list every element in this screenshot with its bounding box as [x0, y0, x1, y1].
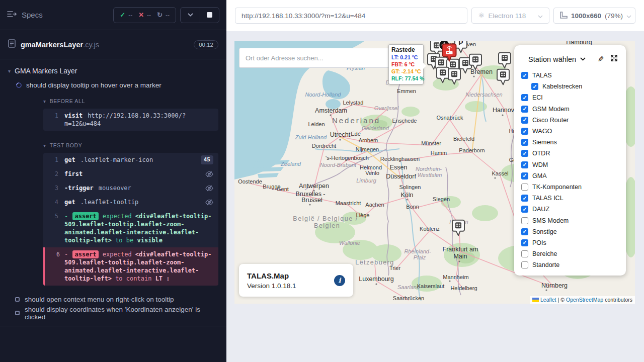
command-row[interactable]: 3-triggermouseover	[43, 181, 218, 195]
layer-checkbox-row[interactable]: Bereiche	[521, 248, 619, 259]
spec-file-row[interactable]: gmaMarkersLayer.cy.js 00:12	[0, 30, 226, 59]
checkbox-checked-icon[interactable]: ✓	[521, 139, 528, 146]
leaflet-link[interactable]: Leaflet	[540, 297, 556, 303]
specs-menu-icon[interactable]	[7, 11, 17, 20]
app-title: TALAS.Map	[247, 272, 296, 280]
svg-text:Leiden: Leiden	[308, 121, 325, 127]
layer-checkbox-row[interactable]: ✓Siemens	[521, 137, 619, 148]
checkbox-checked-icon[interactable]: ✓	[521, 206, 528, 213]
checkbox-unchecked-icon[interactable]	[521, 217, 528, 224]
svg-text:Amsterdam: Amsterdam	[315, 107, 347, 114]
info-icon[interactable]: i	[334, 275, 345, 286]
layer-label: GSM Modem	[532, 106, 570, 113]
osm-link[interactable]: OpenStreetMap	[566, 297, 603, 303]
svg-text:Nijmegen: Nijmegen	[356, 146, 379, 152]
checkbox-checked-icon[interactable]: ✓	[521, 195, 528, 202]
chevron-down-icon: ▾	[43, 143, 46, 148]
command-row[interactable]: 1visithttp://192.168.10.33:3000/?m=12&u=…	[43, 109, 218, 131]
svg-text:Saarbrücken: Saarbrücken	[393, 295, 424, 301]
station-marker-pin[interactable]	[448, 68, 461, 87]
marker-tooltip[interactable]: Rastede LT: 0.21 °CFBT: 6 °CGT: -2.14 °C…	[388, 44, 424, 84]
hidden-eye-icon	[205, 170, 213, 178]
url-input[interactable]	[242, 12, 461, 20]
layer-checkbox-row[interactable]: ✓WAGO	[521, 126, 619, 137]
test-body-commands: 1get.leaflet-marker-icon452first3-trigge…	[43, 153, 218, 286]
map-search-input[interactable]	[246, 54, 383, 62]
svg-text:Aachen: Aachen	[365, 202, 384, 208]
svg-text:Luxembourg: Luxembourg	[359, 276, 394, 283]
url-bar[interactable]	[235, 8, 467, 24]
checkbox-unchecked-icon[interactable]	[521, 250, 528, 257]
layer-checkbox-row[interactable]: ✓ECI	[521, 92, 619, 103]
layer-checkbox-row[interactable]: TK-Komponenten	[521, 182, 619, 193]
layer-checkbox-row[interactable]: ✓Kabelstrecken	[521, 81, 619, 92]
assert-row-failed[interactable]: 6- assertexpected <div#leaflet-tooltip-5…	[43, 247, 218, 286]
checkbox-checked-icon[interactable]: ✓	[521, 228, 528, 235]
map-viewport[interactable]: FryslânDrentheEmmenNoord-HollandLelystad…	[234, 41, 635, 304]
checkbox-checked-icon[interactable]: ✓	[521, 128, 528, 135]
layer-checkbox-row[interactable]: ✓Sonstige	[521, 226, 619, 237]
check-icon: ✓	[120, 11, 125, 19]
checkbox-checked-icon[interactable]: ✓	[521, 150, 528, 157]
before-all-header[interactable]: ▾ BEFORE ALL	[43, 95, 226, 108]
station-marker-pin[interactable]	[497, 68, 510, 87]
pending-test-row[interactable]: should display coordinates when 'Koordin…	[0, 306, 226, 320]
alert-station-marker-pin[interactable]	[442, 43, 457, 64]
svg-text:Mannheim: Mannheim	[443, 274, 468, 280]
svg-text:Münster: Münster	[421, 140, 441, 146]
layer-checkbox-row[interactable]: Standorte	[521, 259, 619, 270]
checkbox-checked-icon[interactable]: ✓	[521, 72, 528, 79]
layer-checkbox-row[interactable]: ✓Cisco Router	[521, 115, 619, 126]
checkbox-checked-icon[interactable]: ✓	[521, 94, 528, 101]
reporter-divider	[0, 326, 226, 326]
svg-text:Main: Main	[453, 253, 467, 260]
map-search-box[interactable]	[239, 48, 390, 68]
browser-select[interactable]: ⚛ Electron 118	[471, 8, 549, 24]
layer-checkbox-row[interactable]: ✓OTDR	[521, 148, 619, 159]
layer-checkbox-row[interactable]: ✓WDM	[521, 159, 619, 170]
station-select-dropdown[interactable]: Station wählen	[528, 55, 586, 63]
svg-text:Belgien: Belgien	[314, 222, 340, 229]
collapse-button[interactable]	[181, 8, 200, 23]
checkbox-checked-icon[interactable]: ✓	[521, 161, 528, 168]
checkbox-checked-icon[interactable]: ✓	[521, 117, 528, 124]
suite-row[interactable]: ▾ GMA Markers Layer	[0, 64, 226, 77]
checkbox-checked-icon[interactable]: ✓	[531, 83, 538, 90]
checkbox-unchecked-icon[interactable]	[521, 184, 528, 191]
station-marker-pin[interactable]	[452, 219, 465, 238]
edit-pencil-icon[interactable]: ✎	[598, 55, 604, 64]
checkbox-checked-icon[interactable]: ✓	[521, 106, 528, 113]
test-body-header[interactable]: ▾ TEST BODY	[43, 139, 226, 152]
command-row[interactable]: 4get.leaflet-tooltip	[43, 195, 218, 209]
layer-checkbox-row[interactable]: ✓TALAS ICL	[521, 193, 619, 204]
station-panel-header: Station wählen ✎	[522, 54, 618, 64]
layer-checkbox-row[interactable]: ✓GSM Modem	[521, 104, 619, 115]
layer-label: Siemens	[532, 139, 557, 146]
command-row[interactable]: 1get.leaflet-marker-icon45	[43, 153, 218, 167]
viewport-select[interactable]: 1000x660 (79%)	[553, 8, 635, 24]
command-row[interactable]: 2first	[43, 167, 218, 181]
pending-test-row[interactable]: should open context menu on right-click …	[0, 293, 226, 306]
layer-checkbox-row[interactable]: SMS Modem	[521, 215, 619, 226]
checkbox-unchecked-icon[interactable]	[521, 261, 528, 268]
element-count-badge: 45	[201, 155, 213, 164]
version-card: TALAS.Map Version 1.0.18.1 i	[239, 264, 353, 297]
assert-row-passed[interactable]: 5- assertexpected <div#leaflet-tooltip-5…	[43, 209, 218, 247]
fullscreen-expand-icon[interactable]	[610, 54, 618, 64]
svg-text:Noord-Holland: Noord-Holland	[305, 92, 342, 98]
ukraine-flag-icon	[532, 298, 539, 302]
stat-failed: ✕--	[138, 11, 151, 19]
station-marker-pin[interactable]	[469, 53, 482, 72]
layer-checkbox-row[interactable]: ✓POIs	[521, 237, 619, 248]
checkbox-checked-icon[interactable]: ✓	[521, 239, 528, 246]
layer-checkbox-row[interactable]: ✓GMA	[521, 170, 619, 182]
chevron-down-icon	[580, 57, 586, 61]
layer-checkbox-row[interactable]: ✓TALAS	[521, 70, 619, 81]
layer-checkbox-row[interactable]: ✓DAUZ	[521, 204, 619, 215]
running-test-row[interactable]: should display tooltip on hover over a m…	[0, 77, 226, 93]
svg-text:Brussel: Brussel	[301, 197, 323, 204]
checkbox-checked-icon[interactable]: ✓	[521, 172, 528, 179]
stop-button[interactable]	[200, 8, 219, 23]
layer-label: Sonstige	[532, 228, 557, 235]
tooltip-station-name: Rastede	[391, 46, 421, 53]
